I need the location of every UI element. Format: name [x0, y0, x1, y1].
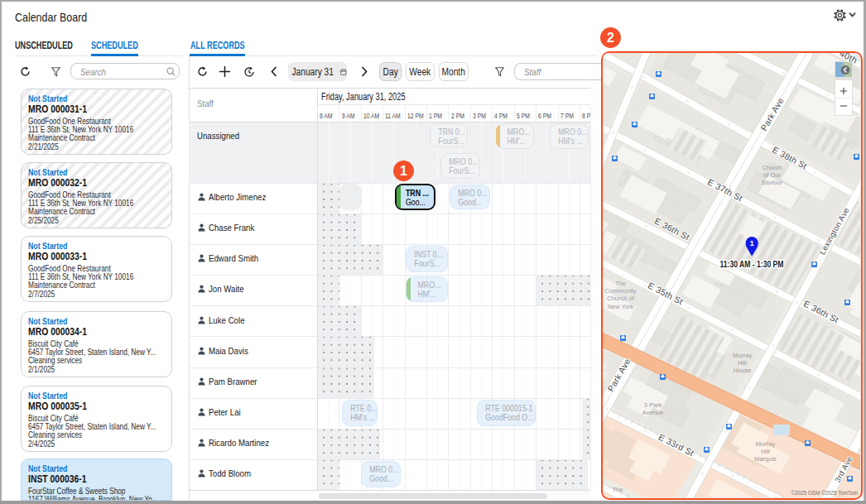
svg-text:3 ParkAvenue: 3 ParkAvenue [642, 401, 663, 416]
svg-text:Churchof OurSaviour: Churchof OurSaviour [762, 164, 783, 186]
svg-text:©2025 OSM ©2025 TomTom: ©2025 OSM ©2025 TomTom [791, 490, 858, 496]
svg-text:1: 1 [750, 238, 755, 247]
svg-text:The: The [613, 486, 623, 493]
svg-text:11:30 AM - 1:30 PM: 11:30 AM - 1:30 PM [720, 259, 784, 269]
